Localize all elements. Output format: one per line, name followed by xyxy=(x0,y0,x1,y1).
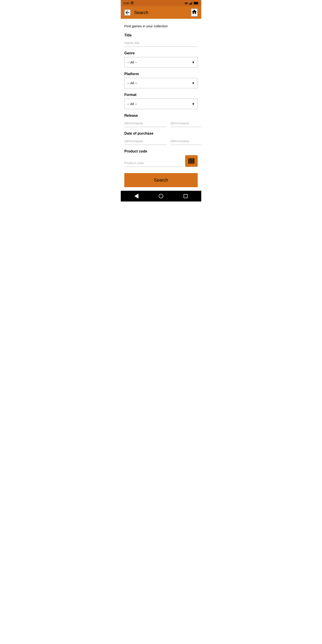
svg-rect-16 xyxy=(194,158,194,164)
release-date-row xyxy=(124,120,198,127)
svg-rect-8 xyxy=(189,158,189,164)
svg-rect-10 xyxy=(190,158,190,164)
status-time: 2:00 xyxy=(124,2,129,5)
product-code-row xyxy=(124,155,198,167)
recent-square-icon xyxy=(184,194,188,198)
svg-rect-3 xyxy=(192,2,192,5)
svg-rect-5 xyxy=(198,2,198,4)
release-section: Release xyxy=(124,114,198,127)
release-date-to[interactable] xyxy=(170,120,201,127)
status-bar: 2:00 xyxy=(121,0,201,6)
back-button[interactable] xyxy=(124,10,130,16)
purchase-date-label: Date of purchase xyxy=(124,132,198,136)
platform-label: Platform xyxy=(124,72,198,76)
format-section: Format -- All -- ▼ xyxy=(124,93,198,109)
purchase-date-row xyxy=(124,137,198,145)
format-label: Format xyxy=(124,93,198,97)
signal-icon xyxy=(189,2,193,5)
svg-rect-13 xyxy=(192,158,192,164)
purchase-date-section: Date of purchase xyxy=(124,132,198,145)
svg-rect-15 xyxy=(193,158,194,164)
main-content: Find games in your collection Title Genr… xyxy=(121,19,201,191)
platform-select-wrapper: -- All -- ▼ xyxy=(124,78,198,88)
product-code-section: Product code xyxy=(124,149,198,167)
app-bar: Search xyxy=(121,6,201,19)
svg-rect-0 xyxy=(189,4,190,5)
format-select-wrapper: -- All -- ▼ xyxy=(124,98,198,109)
barcode-icon xyxy=(188,158,194,164)
svg-rect-14 xyxy=(192,158,193,164)
release-date-from[interactable] xyxy=(124,120,167,127)
page-subtitle: Find games in your collection xyxy=(124,24,198,28)
svg-rect-1 xyxy=(190,3,191,4)
purchase-date-from[interactable] xyxy=(124,137,167,145)
nav-home-button[interactable] xyxy=(159,194,163,198)
title-section: Title xyxy=(124,33,198,47)
svg-rect-11 xyxy=(190,158,191,164)
svg-rect-6 xyxy=(194,2,198,4)
bottom-nav xyxy=(121,191,201,202)
home-circle-icon xyxy=(159,194,163,198)
back-triangle-icon xyxy=(134,194,138,198)
title-label: Title xyxy=(124,33,198,37)
svg-rect-2 xyxy=(191,2,192,5)
platform-section: Platform -- All -- ▼ xyxy=(124,72,198,88)
genre-section: Genre -- All -- ▼ xyxy=(124,51,198,68)
at-icon xyxy=(130,1,134,5)
release-label: Release xyxy=(124,114,198,118)
format-select[interactable]: -- All -- xyxy=(124,99,198,109)
genre-select[interactable]: -- All -- xyxy=(124,57,198,67)
title-input[interactable] xyxy=(124,39,198,47)
svg-rect-17 xyxy=(194,158,194,164)
barcode-scan-button[interactable] xyxy=(185,155,198,167)
product-code-input[interactable] xyxy=(124,159,183,167)
status-right-icons xyxy=(184,2,198,5)
svg-rect-7 xyxy=(188,158,189,164)
genre-select-wrapper: -- All -- ▼ xyxy=(124,57,198,68)
search-button[interactable]: Search xyxy=(124,173,198,187)
home-button[interactable] xyxy=(191,8,198,16)
wifi-icon xyxy=(184,2,188,4)
nav-back-button[interactable] xyxy=(134,194,138,198)
svg-rect-12 xyxy=(192,158,192,164)
purchase-date-to[interactable] xyxy=(170,137,201,145)
battery-icon xyxy=(194,2,198,4)
platform-select[interactable]: -- All -- xyxy=(124,78,198,88)
page-title: Search xyxy=(134,10,191,15)
genre-label: Genre xyxy=(124,51,198,55)
product-code-label: Product code xyxy=(124,149,198,154)
svg-rect-9 xyxy=(190,158,190,164)
nav-recent-button[interactable] xyxy=(184,194,188,198)
